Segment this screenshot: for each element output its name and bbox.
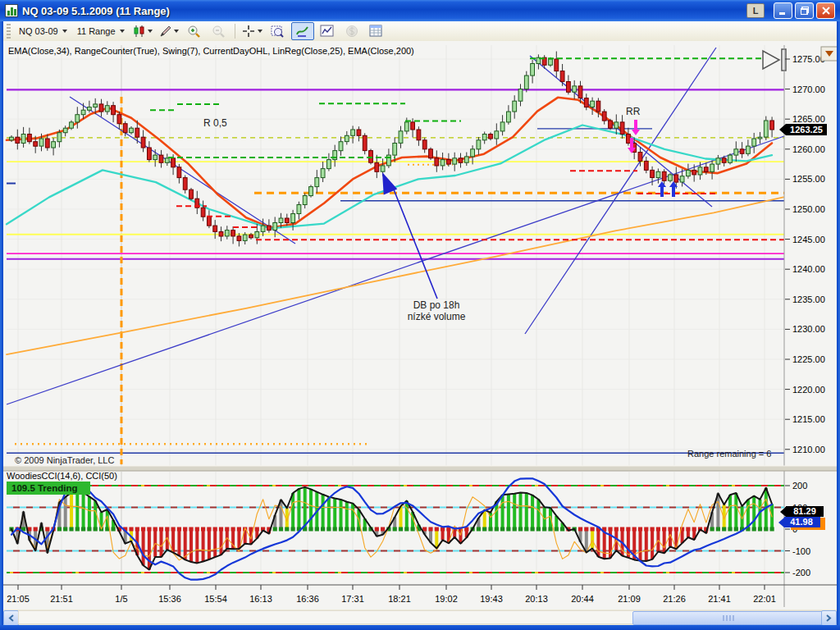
interval-label: 11 Range [77, 26, 116, 36]
svg-text:© 2009 NinjaTrader, LLC: © 2009 NinjaTrader, LLC [15, 455, 114, 465]
svg-text:21:41: 21:41 [708, 594, 731, 604]
svg-text:21:51: 21:51 [50, 594, 73, 604]
svg-text:22:01: 22:01 [753, 594, 776, 604]
svg-text:1260.00: 1260.00 [792, 144, 825, 154]
drawing-tools-button[interactable] [157, 22, 181, 40]
toolbar-separator [235, 24, 235, 39]
zoom-window-button[interactable] [267, 22, 290, 40]
zoom-in-icon [187, 25, 201, 39]
chevron-down-icon [62, 30, 67, 33]
interval-dropdown[interactable]: 11 Range [72, 23, 130, 39]
svg-text:1/5: 1/5 [115, 594, 127, 604]
chart-canvas[interactable]: R 0,5RRDB po 18hnízké volumeEMA(Close,34… [3, 41, 837, 609]
dollar-icon [345, 25, 358, 38]
svg-text:200: 200 [792, 481, 807, 491]
chevron-down-icon [148, 30, 153, 33]
svg-text:1245.00: 1245.00 [792, 235, 825, 244]
cci-trend-badge: 109.5 Trending [7, 482, 90, 495]
svg-text:1263.25: 1263.25 [790, 125, 823, 135]
scrollbar-thumb[interactable] [632, 611, 824, 625]
svg-text:81.29: 81.29 [793, 506, 816, 516]
svg-text:1255.00: 1255.00 [792, 174, 825, 184]
thumb-grip [723, 615, 734, 621]
chart-style-button[interactable] [130, 22, 155, 40]
crosshair-button[interactable] [240, 22, 265, 40]
indicator-label: EMA(Close,34), RangeCounter(True), Swing… [8, 46, 414, 56]
chevron-right-icon [826, 614, 832, 622]
mini-chart-button[interactable] [316, 22, 339, 40]
svg-text:21:05: 21:05 [7, 594, 30, 604]
svg-text:17:31: 17:31 [341, 594, 364, 604]
svg-text:1230.00: 1230.00 [792, 324, 825, 334]
chart-toolbar: NQ 03-09 11 Range [3, 21, 837, 42]
svg-text:16:13: 16:13 [249, 594, 272, 604]
svg-text:Range remaining = 6: Range remaining = 6 [687, 449, 771, 459]
scroll-right-button[interactable] [821, 610, 837, 626]
close-button[interactable] [816, 2, 835, 19]
svg-text:15:54: 15:54 [204, 594, 227, 604]
axis-scale-button[interactable] [821, 47, 837, 61]
svg-text:1250.00: 1250.00 [792, 204, 825, 214]
svg-text:WoodiesCCI(14,6), CCI(50): WoodiesCCI(14,6), CCI(50) [7, 471, 117, 481]
range-remaining-label: Range remaining = 6 [687, 449, 771, 459]
svg-text:1215.00: 1215.00 [792, 414, 825, 424]
svg-text:-100: -100 [792, 546, 810, 556]
mini-chart-icon [320, 25, 334, 39]
svg-text:R 0,5: R 0,5 [203, 117, 227, 129]
data-grid-button[interactable] [365, 22, 388, 40]
chevron-left-icon [8, 614, 14, 622]
svg-text:16:36: 16:36 [296, 594, 319, 604]
svg-text:20:13: 20:13 [525, 594, 548, 604]
svg-text:109.5 Trending: 109.5 Trending [11, 483, 78, 493]
candlestick-icon [133, 25, 146, 38]
svg-text:1265.00: 1265.00 [792, 114, 825, 124]
maximize-button[interactable] [795, 2, 814, 19]
pencil-icon [159, 25, 172, 38]
svg-text:15:36: 15:36 [158, 594, 181, 604]
zoom-window-icon [271, 25, 285, 39]
price-badge: 1263.25 [779, 124, 827, 135]
window-title: NQ 03-09 5.1.2009 (11 Range) [22, 5, 170, 17]
instrument-dropdown[interactable]: NQ 03-09 [14, 23, 72, 39]
chevron-down-icon [174, 30, 179, 33]
svg-text:1210.00: 1210.00 [792, 445, 825, 454]
svg-text:18:21: 18:21 [388, 594, 411, 604]
data-grid-icon [369, 25, 383, 38]
svg-text:1220.00: 1220.00 [792, 385, 825, 395]
title-bar[interactable]: NQ 03-09 5.1.2009 (11 Range) L [0, 0, 840, 21]
zoom-out-icon [212, 25, 226, 39]
svg-text:EMA(Close,34), RangeCounter(Tr: EMA(Close,34), RangeCounter(True), Swing… [8, 46, 414, 56]
chevron-down-icon [258, 30, 262, 33]
svg-text:1225.00: 1225.00 [792, 354, 825, 364]
svg-text:nízké volume: nízké volume [408, 311, 466, 322]
dollar-button [340, 22, 363, 40]
svg-text:20:44: 20:44 [571, 594, 594, 604]
minimize-button[interactable] [774, 2, 792, 19]
chart-trader-icon [295, 25, 309, 39]
cci-value-badges: 81.2941.98 [778, 506, 825, 530]
zoom-in-button[interactable] [183, 22, 206, 40]
svg-text:1275.00: 1275.00 [792, 54, 825, 64]
svg-text:19:43: 19:43 [480, 594, 503, 604]
cci-label: WoodiesCCI(14,6), CCI(50) [7, 471, 117, 481]
scrollbar-track[interactable] [18, 610, 822, 624]
svg-text:DB po 18h: DB po 18h [413, 299, 460, 311]
scroll-left-button[interactable] [3, 610, 19, 626]
app-icon [5, 4, 18, 17]
svg-text:-200: -200 [792, 568, 810, 578]
toolbar-grip[interactable] [7, 24, 11, 39]
crosshair-icon [242, 25, 256, 39]
svg-text:41.98: 41.98 [790, 517, 813, 527]
svg-text:1270.00: 1270.00 [792, 84, 825, 94]
chevron-down-icon [120, 30, 125, 33]
window-border-left [0, 21, 3, 625]
zoom-out-button [208, 22, 231, 40]
window-border-right [837, 21, 840, 625]
svg-text:19:02: 19:02 [435, 594, 458, 604]
svg-text:21:09: 21:09 [618, 594, 641, 604]
panel-splitter[interactable] [3, 466, 837, 471]
link-button[interactable]: L [746, 3, 765, 18]
svg-text:1235.00: 1235.00 [792, 294, 825, 304]
horizontal-scrollbar[interactable] [3, 609, 837, 625]
chart-trader-button[interactable] [291, 22, 314, 40]
